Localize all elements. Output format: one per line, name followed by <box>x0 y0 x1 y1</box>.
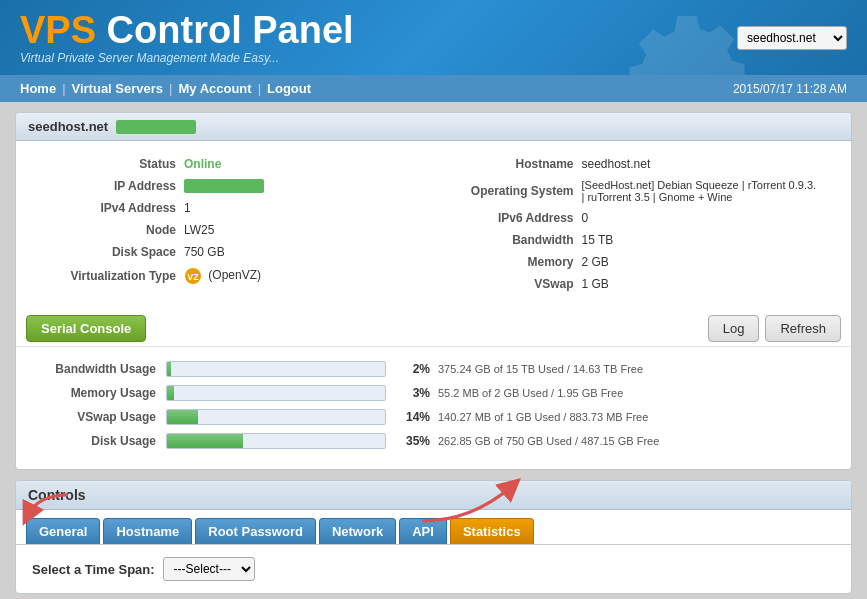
ipv4-value: 1 <box>184 201 191 215</box>
os-row: Operating System [SeedHost.net] Debian S… <box>444 175 822 207</box>
vps-label: VPS <box>20 9 96 51</box>
usage-detail: 140.27 MB of 1 GB Used / 883.73 MB Free <box>438 411 648 423</box>
server-selector[interactable]: seedhost.net <box>737 26 847 50</box>
app-title: VPS Control Panel <box>20 11 354 49</box>
hostname-value: seedhost.net <box>582 157 651 171</box>
memory-row: Memory 2 GB <box>444 251 822 273</box>
nav-home[interactable]: Home <box>20 81 56 96</box>
timespan-label: Select a Time Span: <box>32 562 155 577</box>
usage-detail: 262.85 GB of 750 GB Used / 487.15 GB Fre… <box>438 435 659 447</box>
virt-value: VZ (OpenVZ) <box>184 267 261 285</box>
app-subtitle: Virtual Private Server Management Made E… <box>20 51 354 65</box>
timespan-row: Select a Time Span: ---Select---DailyWee… <box>32 557 835 581</box>
tab-general[interactable]: General <box>26 518 100 544</box>
tabs-row: GeneralHostnameRoot PasswordNetworkAPISt… <box>16 510 851 545</box>
controls-panel: Controls GeneralHostnameRoot PasswordNet… <box>15 480 852 594</box>
controls-header: Controls <box>16 481 851 510</box>
usage-pct: 2% <box>394 362 430 376</box>
action-row: Serial Console Log Refresh <box>16 307 851 346</box>
hostname-label: Hostname <box>444 157 574 171</box>
memory-value: 2 GB <box>582 255 609 269</box>
status-row: Status Online <box>46 153 424 175</box>
tab-network[interactable]: Network <box>319 518 396 544</box>
usage-bar-fill <box>167 434 243 448</box>
cp-label: Control Panel <box>96 9 354 51</box>
serial-console-button[interactable]: Serial Console <box>26 315 146 342</box>
nav-virtual-servers[interactable]: Virtual Servers <box>72 81 164 96</box>
vswap-row: VSwap 1 GB <box>444 273 822 295</box>
usage-pct: 14% <box>394 410 430 424</box>
virt-row: Virtualization Type VZ (OpenVZ) <box>46 263 424 289</box>
usage-bar-container <box>166 361 386 377</box>
usage-bar-container <box>166 385 386 401</box>
usage-detail: 55.2 MB of 2 GB Used / 1.95 GB Free <box>438 387 623 399</box>
nav-links: Home | Virtual Servers | My Account | Lo… <box>20 81 311 96</box>
status-value: Online <box>184 157 221 171</box>
usage-row: Memory Usage 3% 55.2 MB of 2 GB Used / 1… <box>36 381 831 405</box>
vswap-label: VSwap <box>444 277 574 291</box>
nav-my-account[interactable]: My Account <box>178 81 251 96</box>
server-panel: seedhost.net Status Online IP Address IP… <box>15 112 852 470</box>
ip-label: IP Address <box>46 179 176 193</box>
main-content: seedhost.net Status Online IP Address IP… <box>0 102 867 599</box>
controls-body: Select a Time Span: ---Select---DailyWee… <box>16 545 851 593</box>
openvz-icon: VZ <box>184 267 202 285</box>
usage-bar-fill <box>167 362 171 376</box>
usage-bar-container <box>166 409 386 425</box>
usage-row: Disk Usage 35% 262.85 GB of 750 GB Used … <box>36 429 831 453</box>
tab-hostname[interactable]: Hostname <box>103 518 192 544</box>
action-right-buttons: Log Refresh <box>708 315 841 342</box>
info-col-right: Hostname seedhost.net Operating System [… <box>434 153 832 295</box>
ipv4-row: IPv4 Address 1 <box>46 197 424 219</box>
bandwidth-row: Bandwidth 15 TB <box>444 229 822 251</box>
nav-logout[interactable]: Logout <box>267 81 311 96</box>
server-status-bar <box>116 120 196 134</box>
bandwidth-label: Bandwidth <box>444 233 574 247</box>
diskspace-row: Disk Space 750 GB <box>46 241 424 263</box>
info-col-left: Status Online IP Address IPv4 Address 1 … <box>36 153 434 295</box>
header: VPS Control Panel Virtual Private Server… <box>0 0 867 75</box>
ip-row: IP Address <box>46 175 424 197</box>
server-info-body: Status Online IP Address IPv4 Address 1 … <box>16 141 851 307</box>
svg-text:VZ: VZ <box>187 272 199 282</box>
hostname-row: Hostname seedhost.net <box>444 153 822 175</box>
vswap-value: 1 GB <box>582 277 609 291</box>
ipv6-row: IPv6 Address 0 <box>444 207 822 229</box>
usage-pct: 35% <box>394 434 430 448</box>
ip-bar <box>184 179 264 193</box>
usage-bar-container <box>166 433 386 449</box>
timespan-select[interactable]: ---Select---DailyWeeklyMonthly <box>163 557 255 581</box>
status-label: Status <box>46 157 176 171</box>
node-value: LW25 <box>184 223 214 237</box>
ipv6-value: 0 <box>582 211 589 225</box>
datetime: 2015/07/17 11:28 AM <box>733 82 847 96</box>
usage-detail: 375.24 GB of 15 TB Used / 14.63 TB Free <box>438 363 643 375</box>
usage-label: VSwap Usage <box>36 410 156 424</box>
tab-root-password[interactable]: Root Password <box>195 518 316 544</box>
info-grid: Status Online IP Address IPv4 Address 1 … <box>36 153 831 295</box>
os-label: Operating System <box>444 184 574 198</box>
usage-row: Bandwidth Usage 2% 375.24 GB of 15 TB Us… <box>36 357 831 381</box>
ipv4-label: IPv4 Address <box>46 201 176 215</box>
usage-row: VSwap Usage 14% 140.27 MB of 1 GB Used /… <box>36 405 831 429</box>
os-value: [SeedHost.net] Debian Squeeze | rTorrent… <box>582 179 822 203</box>
tab-api[interactable]: API <box>399 518 447 544</box>
server-dropdown[interactable]: seedhost.net <box>737 26 847 50</box>
ipv6-label: IPv6 Address <box>444 211 574 225</box>
usage-label: Memory Usage <box>36 386 156 400</box>
tab-statistics[interactable]: Statistics <box>450 518 534 544</box>
memory-label: Memory <box>444 255 574 269</box>
refresh-button[interactable]: Refresh <box>765 315 841 342</box>
usage-pct: 3% <box>394 386 430 400</box>
usage-section: Bandwidth Usage 2% 375.24 GB of 15 TB Us… <box>16 346 851 469</box>
diskspace-value: 750 GB <box>184 245 225 259</box>
bandwidth-value: 15 TB <box>582 233 614 247</box>
usage-label: Bandwidth Usage <box>36 362 156 376</box>
usage-label: Disk Usage <box>36 434 156 448</box>
server-name: seedhost.net <box>28 119 108 134</box>
logo: VPS Control Panel Virtual Private Server… <box>20 11 354 65</box>
virt-label: Virtualization Type <box>46 269 176 283</box>
usage-bar-fill <box>167 410 198 424</box>
log-button[interactable]: Log <box>708 315 760 342</box>
usage-bar-fill <box>167 386 174 400</box>
